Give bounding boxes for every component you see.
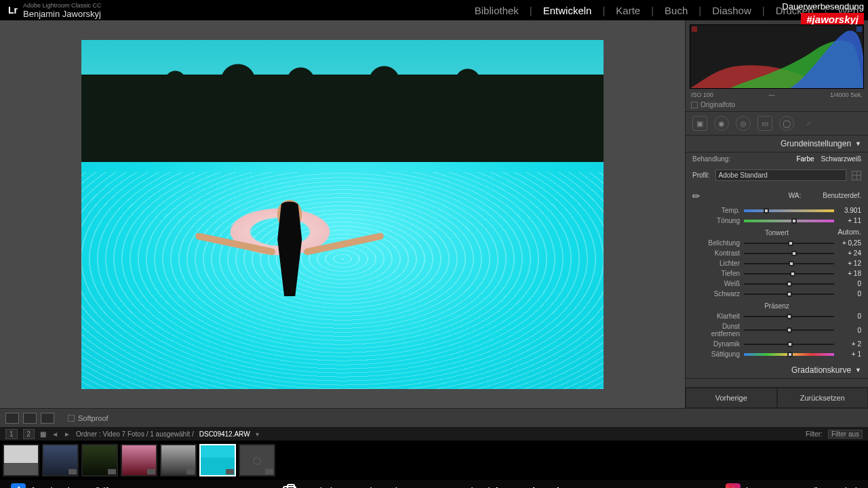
spot-tool[interactable]: ◉ [714,116,729,131]
filter-label: Filter: [806,430,823,438]
checkbox-icon [691,102,698,108]
histogram-aperture: — [768,92,774,98]
histogram-iso: ISO 100 [691,92,713,98]
filter-dropdown[interactable]: Filter aus [828,430,863,439]
slider-dynamik[interactable]: Dynamik+ 2 [686,339,868,349]
compare-button[interactable] [41,413,54,424]
thumbnail[interactable]: ◯ [239,444,275,476]
profile-label: Profil: [692,171,710,179]
nav-fwd-icon[interactable]: ► [64,430,71,438]
chevron-down-icon: ▼ [855,367,861,373]
slider-schwarz[interactable]: Schwarz0 [686,289,868,299]
tonecurve-panel-header[interactable]: Gradationskurve▼ [686,362,868,379]
reset-button[interactable]: Zurücksetzen [777,388,869,408]
profile-dropdown[interactable]: Adobe Standard [715,169,846,181]
catalog-user: Benjamin Jaworskyj [23,9,102,19]
module-buch[interactable]: Buch [663,2,689,19]
histogram[interactable] [690,24,864,89]
slider-temp[interactable]: Temp.3.901 [686,205,868,216]
filmstrip[interactable]: ◯ [0,441,868,480]
wb-dropdown[interactable]: Benutzerdef. [823,192,861,199]
local-tools: ▣ ◉ ◎ ▭ ◯ ⟋ [686,111,868,136]
basic-panel-header[interactable]: Grundeinstellungen▼ [686,136,868,152]
redeye-tool[interactable]: ◎ [736,116,751,131]
second-window-2[interactable]: 2 [23,429,35,439]
facebook-link: facebook.com/bjfoto [31,485,122,489]
thumbnail[interactable] [3,444,39,476]
preview-photo [81,40,604,389]
nav-back-icon[interactable]: ◄ [52,430,58,438]
previous-button[interactable]: Vorherige [686,388,777,408]
treatment-label: Behandlung: [692,155,730,163]
slider-tiefen[interactable]: Tiefen+ 18 [686,268,868,279]
module-entwickeln[interactable]: Entwickeln [542,2,593,19]
second-window-1[interactable]: 1 [5,429,18,439]
thumbnail[interactable] [121,444,157,476]
thumbnail[interactable] [81,444,118,476]
slider-dunstentfernen[interactable]: Dunst entfernen0 [686,321,868,339]
thumbnail[interactable] [42,444,79,476]
secondary-toolbar: Softproof [0,408,868,427]
radial-filter-tool[interactable]: ◯ [779,116,794,131]
presence-section-title: Präsenz [686,299,868,311]
module-diashow[interactable]: Diashow [711,2,753,19]
filmstrip-file[interactable]: DSC09412.ARW [199,430,250,438]
facebook-icon: f [11,483,26,488]
thumbnail-selected[interactable] [199,444,236,476]
wb-label: WA: [789,192,802,199]
filmstrip-path[interactable]: Ordner : Video 7 Fotos / 1 ausgewählt / [76,430,194,438]
workshop-url: lernvonben.de [496,485,566,489]
grad-filter-tool[interactable]: ▭ [757,116,772,131]
app-name: Adobe Lightroom Classic CC [23,2,102,9]
overlay-sponsor: Dauerwerbesendung [782,1,864,12]
slider-tnung[interactable]: Tönung+ 11 [686,216,868,226]
thumbnail[interactable] [160,444,197,476]
chevron-down-icon: ▼ [855,140,861,147]
slider-kontrast[interactable]: Kontrast+ 24 [686,248,868,258]
crop-tool[interactable]: ▣ [692,116,707,131]
softproof-toggle[interactable]: Softproof [68,414,108,422]
slider-sttigung[interactable]: Sättigung+ 1 [686,349,868,359]
slider-lichter[interactable]: Lichter+ 12 [686,258,868,268]
treatment-bw[interactable]: Schwarzweiß [821,155,861,163]
shadow-clip-icon[interactable] [692,26,697,32]
image-canvas[interactable] [0,20,685,408]
instagram-link: instagram.com/jaworskyj [746,485,857,489]
slider-belichtung[interactable]: Belichtung+ 0,25 [686,238,868,248]
auto-tone-button[interactable]: Autom. [837,228,861,236]
grid-icon[interactable]: ▦ [40,430,46,438]
instagram-icon: ◉ [726,483,741,488]
social-overlay: f facebook.com/bjfoto Workshops und Foto… [0,480,868,488]
before-after-button[interactable] [23,413,37,424]
treatment-color[interactable]: Farbe [796,155,814,163]
slider-wei[interactable]: Weiß0 [686,279,868,289]
app-header: Lr Adobe Lightroom Classic CC Benjamin J… [0,0,868,20]
video-overlay: Dauerwerbesendung #jaworskyj [782,1,864,26]
brush-tool[interactable]: ⟋ [801,116,816,131]
histogram-shutter: 1/4000 Sek. [830,92,863,98]
filmstrip-header: 1 2 ▦ ◄ ► Ordner : Video 7 Fotos / 1 aus… [0,427,868,441]
originalfoto-toggle[interactable]: Originalfoto [686,98,868,111]
module-bibliothek[interactable]: Bibliothek [473,2,520,19]
slider-klarheit[interactable]: Klarheit0 [686,311,868,321]
app-logo: Lr [8,5,18,16]
profile-browser-icon[interactable] [852,171,861,180]
module-karte[interactable]: Karte [614,2,642,19]
wb-dropper-icon[interactable]: ✎ [690,186,707,203]
workshop-text: Workshops und Fotokurse zum Download [302,485,490,489]
loupe-view-button[interactable] [5,413,19,424]
develop-right-panel: ISO 100 — 1/4000 Sek. Originalfoto ▣ ◉ ◎… [685,20,868,408]
checkbox-icon [68,415,75,422]
highlight-clip-icon[interactable] [856,26,862,32]
